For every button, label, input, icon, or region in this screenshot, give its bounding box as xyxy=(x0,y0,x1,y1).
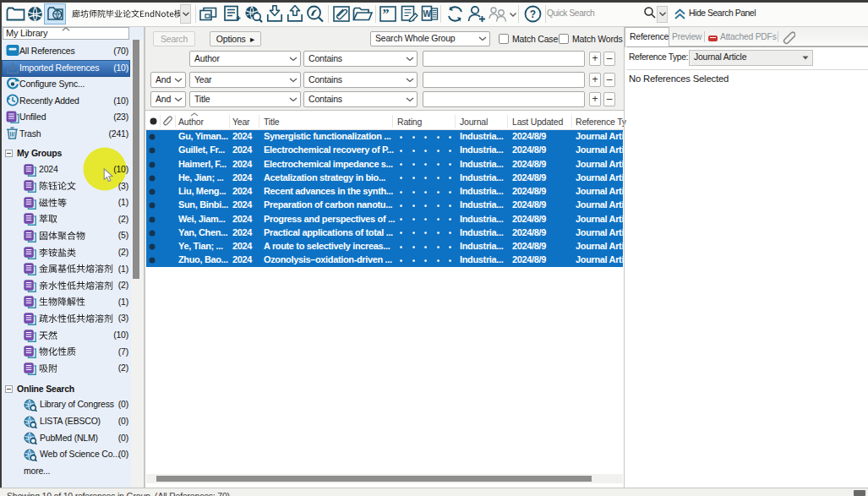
svg-text:”: ” xyxy=(383,7,390,21)
svg-text:W: W xyxy=(423,9,432,19)
svg-text:?: ? xyxy=(530,8,536,20)
